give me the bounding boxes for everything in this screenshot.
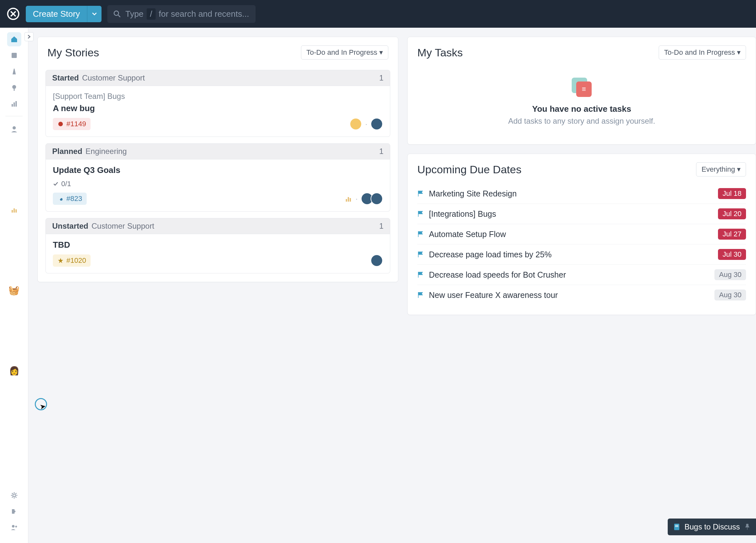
my-tasks-filter[interactable]: To-Do and In Progress ▾ [659,45,746,60]
create-story-button[interactable]: Create Story [26,6,87,22]
svg-line-2 [118,15,120,17]
search-box[interactable]: Type / for search and recents... [107,5,256,23]
search-kbd: / [147,8,155,20]
due-date-item[interactable]: Marketing Site Redesign Jul 18 [417,184,746,204]
chevron-down-icon: ▾ [737,165,741,173]
nav-user-avatar[interactable]: 👩 [7,364,21,378]
flag-icon [417,271,424,278]
story-id-tag[interactable]: #1020 [53,255,91,267]
gear-icon [10,491,18,499]
due-date-item[interactable]: Decrease load speeds for Bot Crusher Aug… [417,265,746,285]
user-icon [10,125,18,133]
pinned-doc-label: Bugs to Discuss [684,522,740,531]
group-header[interactable]: Started Customer Support 1 [45,70,390,86]
search-icon [113,10,121,18]
nav-team[interactable] [7,122,21,136]
story-card[interactable]: Update Q3 Goals 0/1 #823 · [45,160,390,212]
book-icon [11,52,18,59]
due-date-item[interactable]: [Integrations] Bugs Jul 20 [417,204,746,224]
bar-chart-icon [11,206,18,213]
due-dates-filter[interactable]: Everything ▾ [696,162,746,177]
svg-rect-11 [15,209,17,213]
sidebar: 🧺 👩 [0,28,28,543]
group-count: 1 [379,147,383,156]
nav-milestones[interactable] [7,81,21,95]
flag-icon [417,190,424,197]
card-avatars [371,255,383,267]
nav-invite[interactable] [7,520,21,535]
nav-workspace[interactable]: 🧺 [7,283,21,297]
story-card[interactable]: TBD #1020 [45,234,390,273]
create-story-group: Create Story [26,6,102,22]
separator: · [355,194,358,203]
chevron-down-icon: ▾ [737,48,741,56]
due-date-badge: Aug 30 [714,269,746,280]
svg-rect-6 [14,102,15,107]
due-item-name: Automate Setup Flow [429,230,713,239]
due-item-name: [Integrations] Bugs [429,209,713,219]
svg-rect-20 [675,525,678,526]
group-count: 1 [379,222,383,231]
flag-icon [417,210,424,218]
nav-integrations[interactable] [7,504,21,519]
separator: · [365,120,367,129]
create-story-dropdown[interactable] [87,6,102,22]
avatar[interactable] [371,193,383,205]
svg-point-12 [13,494,15,497]
empty-tasks-icon: ≡ [572,78,592,98]
chevron-down-icon: ▾ [379,48,383,56]
due-date-item[interactable]: Decrease page load times by 25% Jul 30 [417,245,746,265]
user-plus-icon [10,524,18,531]
app-logo[interactable] [6,7,20,21]
group-status: Planned [52,147,82,156]
card-subtitle: [Support Team] Bugs [53,92,383,101]
search-hint: Type / for search and recents... [125,8,249,20]
my-stories-title: My Stories [47,46,99,59]
story-card[interactable]: [Support Team] BugsA new bug #1149 · [45,86,390,137]
avatar[interactable] [371,118,383,130]
group-header[interactable]: Planned Engineering 1 [45,143,390,160]
group-workspace: Customer Support [82,73,145,82]
card-avatars: · [350,118,383,130]
my-stories-filter[interactable]: To-Do and In Progress ▾ [301,45,388,60]
due-item-name: New user Feature X awareness tour [429,290,709,300]
due-date-item[interactable]: New user Feature X awareness tour Aug 30 [417,285,746,305]
svg-point-8 [13,126,16,130]
avatar[interactable] [371,255,383,267]
avatar[interactable] [350,118,362,130]
my-stories-panel: My Stories To-Do and In Progress ▾ Start… [37,37,398,282]
due-date-item[interactable]: Automate Setup Flow Jul 27 [417,224,746,245]
chevron-right-icon [27,34,31,39]
subtasks: 0/1 [53,180,71,188]
nav-settings[interactable] [7,488,21,502]
pin-icon [11,84,18,91]
nav-reports[interactable] [7,97,21,111]
sidebar-expand-toggle[interactable] [24,32,34,41]
svg-rect-5 [12,104,13,107]
due-date-badge: Jul 20 [718,209,746,219]
road-icon [11,68,18,75]
due-date-badge: Jul 30 [718,249,746,260]
story-id-tag[interactable]: #823 [53,193,87,205]
nav-chart-color[interactable] [7,203,21,217]
due-date-badge: Jul 18 [718,188,746,199]
nav-roadmap[interactable] [7,64,21,79]
flag-icon [417,251,424,258]
due-item-name: Decrease page load times by 25% [429,250,713,259]
wrench-icon [57,196,64,202]
story-id-tag[interactable]: #1149 [53,118,91,130]
nav-stories[interactable] [7,48,21,63]
svg-rect-9 [12,210,13,213]
nav-home[interactable] [7,32,21,46]
group-status: Unstarted [52,222,88,231]
flag-icon [417,231,424,238]
svg-rect-16 [348,197,349,202]
logo-icon [7,8,19,20]
chevron-down-icon [92,12,97,15]
pinned-doc[interactable]: Bugs to Discuss [668,519,756,535]
svg-rect-7 [15,101,17,107]
story-group: Started Customer Support 1[Support Team]… [45,70,390,137]
card-title: TBD [53,240,383,250]
svg-rect-3 [12,53,17,58]
group-header[interactable]: Unstarted Customer Support 1 [45,218,390,234]
